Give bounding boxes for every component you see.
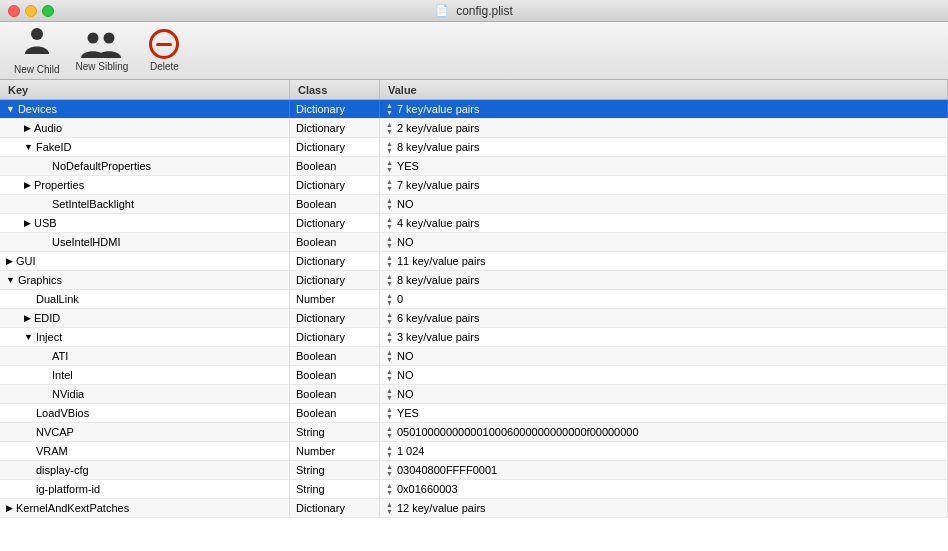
- value-stepper[interactable]: ▲▼: [386, 121, 393, 135]
- class-cell: Dictionary: [290, 328, 380, 346]
- table-row[interactable]: NVCAPString▲▼050100000000001000600000000…: [0, 423, 948, 442]
- value-stepper[interactable]: ▲▼: [386, 463, 393, 477]
- collapse-icon[interactable]: ▼: [24, 142, 33, 152]
- value-stepper[interactable]: ▲▼: [386, 425, 393, 439]
- value-stepper[interactable]: ▲▼: [386, 235, 393, 249]
- value-text: 8 key/value pairs: [397, 274, 480, 286]
- minimize-button[interactable]: [25, 5, 37, 17]
- class-cell: Dictionary: [290, 176, 380, 194]
- value-stepper[interactable]: ▲▼: [386, 482, 393, 496]
- delete-button[interactable]: Delete: [138, 25, 190, 76]
- table-row[interactable]: ▶EDIDDictionary▲▼6 key/value pairs: [0, 309, 948, 328]
- value-stepper[interactable]: ▲▼: [386, 444, 393, 458]
- table-row[interactable]: NoDefaultPropertiesBoolean▲▼YES: [0, 157, 948, 176]
- table-row[interactable]: LoadVBiosBoolean▲▼YES: [0, 404, 948, 423]
- value-stepper[interactable]: ▲▼: [386, 368, 393, 382]
- expand-icon[interactable]: ▶: [24, 180, 31, 190]
- value-stepper[interactable]: ▲▼: [386, 216, 393, 230]
- key-text: FakeID: [36, 141, 71, 153]
- header-key: Key: [0, 80, 290, 99]
- table-row[interactable]: NVidiaBoolean▲▼NO: [0, 385, 948, 404]
- table-row[interactable]: ▶PropertiesDictionary▲▼7 key/value pairs: [0, 176, 948, 195]
- value-stepper[interactable]: ▲▼: [386, 102, 393, 116]
- table-row[interactable]: ▼GraphicsDictionary▲▼8 key/value pairs: [0, 271, 948, 290]
- key-cell: ▶GUI: [0, 252, 290, 270]
- table-row[interactable]: ▶USBDictionary▲▼4 key/value pairs: [0, 214, 948, 233]
- value-stepper[interactable]: ▲▼: [386, 311, 393, 325]
- key-text: SetIntelBacklight: [52, 198, 134, 210]
- value-text: 11 key/value pairs: [397, 255, 486, 267]
- table-row[interactable]: ▶GUIDictionary▲▼11 key/value pairs: [0, 252, 948, 271]
- expand-icon[interactable]: ▶: [24, 123, 31, 133]
- key-cell: NVidia: [0, 385, 290, 403]
- table-row[interactable]: ▼DevicesDictionary▲▼7 key/value pairs: [0, 100, 948, 119]
- table-row[interactable]: DualLinkNumber▲▼0: [0, 290, 948, 309]
- header-class: Class: [290, 80, 380, 99]
- value-stepper[interactable]: ▲▼: [386, 159, 393, 173]
- value-stepper[interactable]: ▲▼: [386, 178, 393, 192]
- value-cell: ▲▼12 key/value pairs: [380, 499, 948, 517]
- table-row[interactable]: ▶AudioDictionary▲▼2 key/value pairs: [0, 119, 948, 138]
- class-cell: Boolean: [290, 366, 380, 384]
- key-cell: ▼Devices: [0, 100, 290, 118]
- value-text: 0501000000000010006000000000000f00000000: [397, 426, 639, 438]
- class-cell: Boolean: [290, 385, 380, 403]
- value-text: 7 key/value pairs: [397, 179, 480, 191]
- value-stepper[interactable]: ▲▼: [386, 254, 393, 268]
- table-row[interactable]: UseIntelHDMIBoolean▲▼NO: [0, 233, 948, 252]
- new-child-button[interactable]: New Child: [8, 22, 66, 79]
- delete-label: Delete: [150, 61, 179, 72]
- value-stepper[interactable]: ▲▼: [386, 387, 393, 401]
- value-stepper[interactable]: ▲▼: [386, 273, 393, 287]
- key-cell: ▶KernelAndKextPatches: [0, 499, 290, 517]
- key-cell: ▼FakeID: [0, 138, 290, 156]
- table-row[interactable]: ig-platform-idString▲▼0x01660003: [0, 480, 948, 499]
- class-cell: Dictionary: [290, 100, 380, 118]
- table-row[interactable]: SetIntelBacklightBoolean▲▼NO: [0, 195, 948, 214]
- expand-icon[interactable]: ▶: [6, 256, 13, 266]
- new-sibling-button[interactable]: New Sibling: [70, 26, 135, 76]
- value-stepper[interactable]: ▲▼: [386, 330, 393, 344]
- table-row[interactable]: display-cfgString▲▼03040800FFFF0001: [0, 461, 948, 480]
- key-cell: ATI: [0, 347, 290, 365]
- value-cell: ▲▼2 key/value pairs: [380, 119, 948, 137]
- value-cell: ▲▼4 key/value pairs: [380, 214, 948, 232]
- table-row[interactable]: ▼FakeIDDictionary▲▼8 key/value pairs: [0, 138, 948, 157]
- maximize-button[interactable]: [42, 5, 54, 17]
- value-text: NO: [397, 350, 414, 362]
- table-body[interactable]: ▼DevicesDictionary▲▼7 key/value pairs▶Au…: [0, 100, 948, 551]
- key-cell: SetIntelBacklight: [0, 195, 290, 213]
- collapse-icon[interactable]: ▼: [6, 104, 15, 114]
- close-button[interactable]: [8, 5, 20, 17]
- table-row[interactable]: ▶KernelAndKextPatchesDictionary▲▼12 key/…: [0, 499, 948, 518]
- key-cell: VRAM: [0, 442, 290, 460]
- table-row[interactable]: IntelBoolean▲▼NO: [0, 366, 948, 385]
- table-row[interactable]: VRAMNumber▲▼1 024: [0, 442, 948, 461]
- expand-icon[interactable]: ▶: [6, 503, 13, 513]
- value-stepper[interactable]: ▲▼: [386, 140, 393, 154]
- value-stepper[interactable]: ▲▼: [386, 292, 393, 306]
- key-text: GUI: [16, 255, 36, 267]
- value-cell: ▲▼11 key/value pairs: [380, 252, 948, 270]
- table-row[interactable]: ▼InjectDictionary▲▼3 key/value pairs: [0, 328, 948, 347]
- value-stepper[interactable]: ▲▼: [386, 406, 393, 420]
- collapse-icon[interactable]: ▼: [6, 275, 15, 285]
- value-cell: ▲▼NO: [380, 347, 948, 365]
- key-cell: display-cfg: [0, 461, 290, 479]
- key-text: LoadVBios: [36, 407, 89, 419]
- collapse-icon[interactable]: ▼: [24, 332, 33, 342]
- value-stepper[interactable]: ▲▼: [386, 501, 393, 515]
- value-stepper[interactable]: ▲▼: [386, 349, 393, 363]
- key-cell: ▼Inject: [0, 328, 290, 346]
- value-stepper[interactable]: ▲▼: [386, 197, 393, 211]
- expand-icon[interactable]: ▶: [24, 313, 31, 323]
- expand-icon[interactable]: ▶: [24, 218, 31, 228]
- value-cell: ▲▼7 key/value pairs: [380, 176, 948, 194]
- table-row[interactable]: ATIBoolean▲▼NO: [0, 347, 948, 366]
- key-text: VRAM: [36, 445, 68, 457]
- class-cell: Boolean: [290, 157, 380, 175]
- value-cell: ▲▼6 key/value pairs: [380, 309, 948, 327]
- value-text: 8 key/value pairs: [397, 141, 480, 153]
- value-text: NO: [397, 198, 414, 210]
- header-value: Value: [380, 80, 948, 99]
